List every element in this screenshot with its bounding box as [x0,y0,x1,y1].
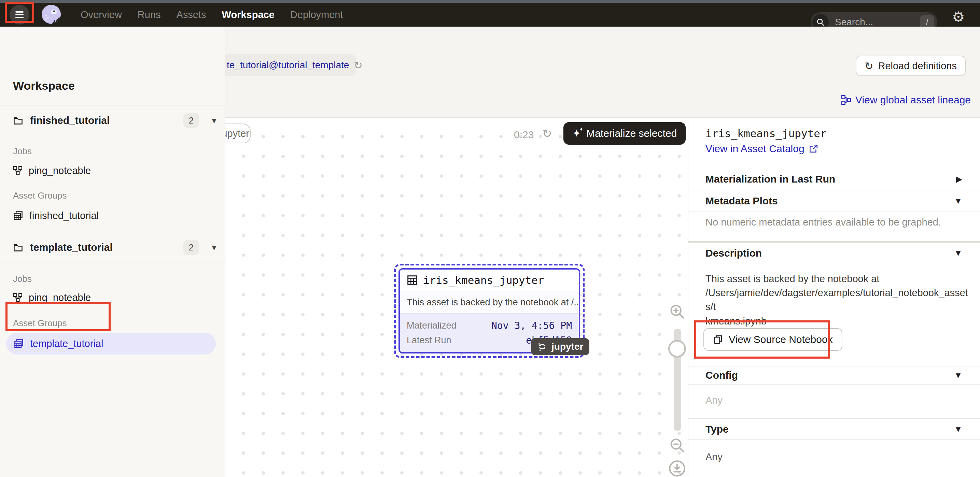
sidebar-asset-group-template-tutorial-selected[interactable]: template_tutorial [6,333,216,355]
sidebar-title: Workspace [13,79,75,92]
chevron-down-icon[interactable]: ▾ [212,242,216,252]
page-header-band: te_tutorial@tutorial_template ↻ ↻ Reload… [225,27,980,118]
divider [0,105,225,105]
count-badge: 2 [183,240,199,255]
type-value: Any [705,452,722,463]
job-name: ping_noteable [29,165,91,176]
code-location-tag[interactable]: te_tutorial@tutorial_template ↻ [225,54,356,76]
nav-overview[interactable]: Overview [81,9,122,21]
reload-definitions-button[interactable]: ↻ Reload definitions [856,55,966,76]
stat-row-materialized: Materialized Nov 3, 4:56 PM [407,320,572,331]
notebook-copy-icon [713,334,723,345]
zoom-in-icon[interactable] [668,303,686,320]
asset-node-title: iris_kmeans_jupyter [423,274,544,286]
nav-assets[interactable]: Assets [177,9,206,21]
sidebar-location-finished-tutorial[interactable]: finished_tutorial 2 ▾ [0,111,225,130]
section-label: Description [705,247,762,259]
section-label: Materialization in Last Run [705,173,835,185]
settings-gear-icon[interactable]: ⚙ [952,7,965,27]
description-line: /Users/jamie/dev/dagster/examples/tutori… [705,286,968,314]
asset-group-icon [13,211,23,221]
nav-workspace[interactable]: Workspace [222,9,275,21]
asset-node-description: This asset is backed by the notebook at … [400,291,579,313]
catalog-link-label: View in Asset Catalog [705,143,805,155]
zoom-slider-knob[interactable] [668,340,686,358]
section-materialization-last-run[interactable]: Materialization in Last Run ▶ [688,168,980,190]
divider [0,232,225,232]
description-line: This asset is backed by the notebook at [705,272,968,286]
lineage-icon [841,95,851,105]
chevron-down-icon: ▼ [954,425,962,434]
chevron-right-icon: ▶ [956,174,962,184]
location-name: finished_tutorial [30,115,110,126]
section-label: Type [705,423,729,435]
divider [0,262,225,262]
chevron-down-icon: ▼ [954,196,962,206]
section-type[interactable]: Type ▼ [688,418,980,439]
section-description[interactable]: Description ▼ [688,242,980,264]
chevron-down-icon[interactable]: ▾ [212,116,216,125]
reload-definitions-label: Reload definitions [878,60,957,72]
description-text: This asset is backed by the notebook at … [705,272,968,328]
stat-value[interactable]: Nov 3, 4:56 PM [492,320,572,331]
sidebar-job-ping-noteable[interactable]: ping_noteable [13,162,91,179]
config-value: Any [705,395,722,406]
sidebar-location-template-tutorial[interactable]: template_tutorial 2 ▾ [0,238,225,257]
folder-icon [13,242,23,252]
description-line: kmeans.ipynb [705,314,968,328]
reload-icon: ↻ [865,60,873,72]
hamburger-icon [15,11,24,13]
refresh-icon[interactable]: ↻ [542,127,552,140]
job-graph-icon [13,293,22,302]
details-asset-title: iris_kmeans_jupyter [705,127,827,139]
asset-table-icon [407,275,418,285]
sidebar-asset-group-finished-tutorial[interactable]: finished_tutorial [13,208,99,224]
materialize-selected-button[interactable]: ✦✦ Materialize selected [563,122,686,145]
divider [688,439,980,440]
empty-metadata-message: No numeric metadata entries available to… [705,217,941,228]
location-name: template_tutorial [30,242,113,253]
stat-label: Materialized [407,320,457,331]
section-label: Config [705,369,738,381]
view-in-asset-catalog-link[interactable]: View in Asset Catalog [705,143,818,155]
asset-group-name: template_tutorial [30,338,103,349]
nav-deployment[interactable]: Deployment [290,9,343,21]
asset-group-name: finished_tutorial [29,210,99,222]
materialize-label: Materialize selected [586,128,677,139]
divider [0,470,225,470]
jupyter-icon [537,342,547,352]
folder-icon [13,115,23,125]
divider [688,264,980,264]
reload-icon[interactable]: ↻ [354,59,362,71]
jupyter-compute-tag[interactable]: jupyter [531,338,589,355]
code-location-name: te_tutorial@tutorial_template [227,60,349,71]
view-source-notebook-button[interactable]: View Source Notebook [703,328,842,351]
dagster-logo[interactable] [40,3,62,26]
primary-nav: Overview Runs Assets Workspace Deploymen… [81,3,343,27]
menu-button[interactable] [10,5,29,25]
asset-group-icon [14,339,24,349]
asset-node-header: iris_kmeans_jupyter [400,269,579,291]
clipped-jupyter-tag[interactable]: jupyter [225,124,251,143]
sidebar-job-ping-noteable-2[interactable]: ping_noteable [13,289,91,306]
source-button-label: View Source Notebook [729,334,833,345]
section-config[interactable]: Config ▼ [688,366,980,384]
external-link-icon [808,144,818,154]
chevron-down-icon: ▼ [954,249,962,258]
lineage-link-label: View global asset lineage [855,94,971,106]
sparkle-icon: ✦✦ [572,128,581,138]
count-badge: 2 [183,113,199,128]
chevron-down-icon: ▼ [954,371,962,380]
divider [688,384,980,385]
asset-groups-label: Asset Groups [13,190,67,201]
section-metadata-plots[interactable]: Metadata Plots ▼ [688,190,980,212]
asset-details-panel: iris_kmeans_jupyter View in Asset Catalo… [688,118,980,477]
view-global-asset-lineage-link[interactable]: View global asset lineage [841,94,971,106]
nav-runs[interactable]: Runs [138,9,161,21]
download-view-icon[interactable] [668,460,686,477]
asset-graph-canvas[interactable]: jupyter 0:23 ↻ ✦✦ Materialize selected i… [225,118,688,477]
workspace-sidebar: Workspace finished_tutorial 2 ▾ Jobs pin… [0,27,225,477]
clipped-tag-label: jupyter [225,128,249,139]
zoom-out-icon[interactable] [668,437,686,454]
job-name: ping_noteable [29,292,91,303]
